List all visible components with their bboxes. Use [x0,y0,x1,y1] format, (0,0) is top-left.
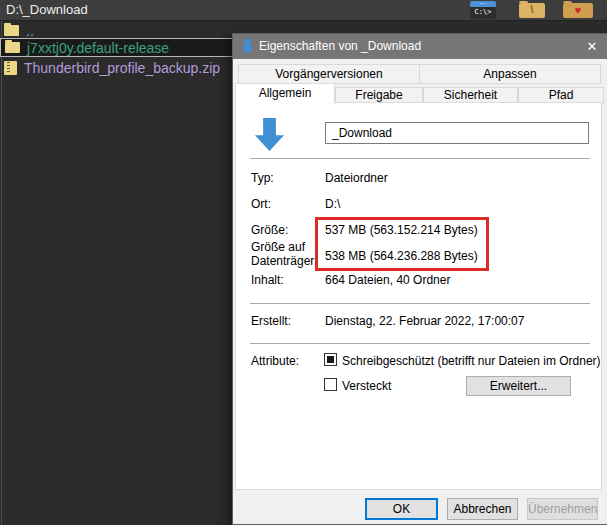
hidden-checkbox-label: Versteckt [342,379,391,393]
size-label: Größe: [251,223,325,237]
red-highlight-annotation [315,217,489,271]
ok-button[interactable]: OK [365,498,438,520]
folder-name-input[interactable] [325,122,589,144]
properties-dialog: Eigenschaften von _Download ✕ Vorgängerv… [232,33,607,525]
separator [250,343,590,344]
tab-anpassen[interactable]: Anpassen [420,64,601,84]
folder-custom-arrow-icon [255,118,284,151]
download-arrow-icon [241,39,254,54]
location-value: D:\ [325,197,340,211]
contents-label: Inhalt: [251,273,325,287]
command-prompt-icon[interactable]: ••• C:\> [470,1,496,19]
dialog-title: Eigenschaften von _Download [259,34,421,59]
type-value: Dateiordner [325,171,388,185]
created-label: Erstellt: [251,314,325,328]
close-icon[interactable]: ✕ [583,38,601,55]
tab-row-primary: Allgemein Freigabe Sicherheit Pfad [235,83,604,104]
advanced-button[interactable]: Erweitert... [466,376,571,396]
folder-icon [5,42,20,53]
zip-file-icon [4,61,17,75]
attributes-label: Attribute: [251,354,325,368]
hidden-checkbox[interactable] [324,378,337,391]
contents-value: 664 Dateien, 40 Ordner [325,273,450,287]
separator [250,158,590,159]
screen: D:\_Download ••• C:\> \ ♥ .. j7xxtj0y.de… [0,0,607,525]
dialog-titlebar[interactable]: Eigenschaften von _Download ✕ [233,34,607,59]
size-on-disk-label: Größe auf Datenträger: [251,240,325,268]
tab-row-secondary: Vorgängerversionen Anpassen [238,64,601,84]
list-item-zip[interactable]: Thunderbird_profile_backup.zip [0,59,230,76]
tab-vorgaengerversionen[interactable]: Vorgängerversionen [238,64,420,84]
list-item-label: Thunderbird_profile_backup.zip [24,60,220,76]
readonly-checkbox[interactable] [324,353,337,366]
folder-icon [4,25,19,36]
list-item-parent-dir[interactable]: .. [0,23,230,38]
list-item-label: j7xxtj0y.default-release [27,40,169,56]
cancel-button[interactable]: Abbrechen [447,498,518,520]
tab-allgemein[interactable]: Allgemein [235,83,335,104]
command-prompt-icon-label: C:\> [470,7,496,18]
favorites-folder-icon[interactable]: ♥ [563,3,593,18]
created-value: Dienstag, 22. Februar 2022, 17:00:07 [325,314,524,328]
location-label: Ort: [251,197,325,211]
path-title: D:\_Download [6,2,88,17]
root-folder-icon[interactable]: \ [519,3,545,18]
window-left-edge [1,21,2,525]
general-tab-page: Typ: Dateiordner Ort: D:\ Größe: 537 MB … [235,102,602,490]
file-manager-titlebar: D:\_Download [0,0,607,21]
list-item-label: .. [26,23,34,39]
separator [250,303,590,304]
apply-button[interactable]: Übernehmen [527,498,598,520]
heart-icon: ♥ [575,4,582,16]
root-folder-icon-label: \ [531,4,534,15]
readonly-checkbox-label: Schreibgeschützt (betrifft nur Dateien i… [342,354,601,368]
type-label: Typ: [251,171,325,185]
